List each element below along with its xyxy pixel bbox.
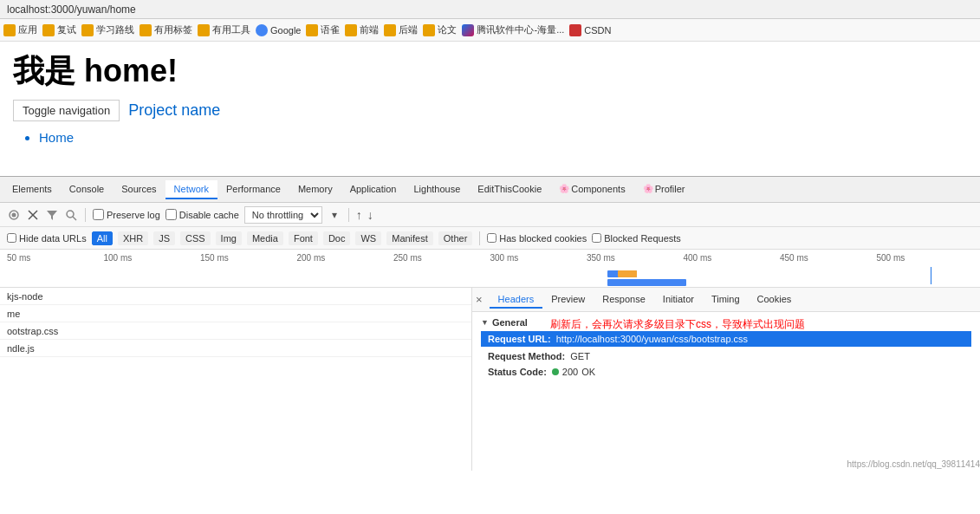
nav-home-link[interactable]: Home bbox=[39, 130, 74, 145]
bookmark-icon-tencent bbox=[462, 24, 474, 36]
bookmark-label-learning: 学习路线 bbox=[96, 23, 134, 36]
tab-performance[interactable]: Performance bbox=[217, 180, 289, 199]
status-code-label: Status Code: bbox=[488, 367, 547, 377]
filter-css-button[interactable]: CSS bbox=[180, 231, 211, 245]
tab-components[interactable]: 🌸 Components bbox=[550, 180, 633, 199]
right-tab-initiator[interactable]: Initiator bbox=[654, 291, 703, 309]
hide-data-urls-label[interactable]: Hide data URLs bbox=[7, 233, 87, 244]
request-bar-2 bbox=[618, 270, 638, 277]
bookmark-icon-apps bbox=[3, 24, 16, 36]
import-button[interactable]: ↑ bbox=[356, 208, 362, 222]
devtools-toolbar: Preserve log Disable cache No throttling… bbox=[0, 203, 980, 227]
stop-recording-icon[interactable] bbox=[7, 208, 21, 222]
status-dot bbox=[552, 368, 559, 375]
filter-xhr-button[interactable]: XHR bbox=[118, 231, 148, 245]
right-tab-headers[interactable]: Headers bbox=[490, 291, 543, 309]
tab-memory[interactable]: Memory bbox=[289, 180, 341, 199]
timeline-label-400: 400 ms bbox=[684, 253, 781, 263]
search-icon[interactable] bbox=[64, 208, 78, 222]
bookmark-icon-yuque bbox=[306, 24, 318, 36]
disable-cache-checkbox[interactable] bbox=[165, 209, 177, 220]
right-tab-preview[interactable]: Preview bbox=[542, 291, 594, 309]
url-text: localhost:3000/yuwan/home bbox=[7, 3, 136, 16]
has-blocked-cookies-checkbox[interactable] bbox=[487, 233, 496, 243]
bookmark-frontend[interactable]: 前端 bbox=[345, 23, 379, 36]
preserve-log-label[interactable]: Preserve log bbox=[93, 209, 160, 220]
right-tab-timing[interactable]: Timing bbox=[703, 291, 749, 309]
bookmark-label-google: Google bbox=[270, 25, 301, 36]
throttling-dropdown-icon[interactable]: ▾ bbox=[328, 208, 341, 222]
filter-img-button[interactable]: Img bbox=[216, 231, 242, 245]
timeline: 50 ms 100 ms 150 ms 200 ms 250 ms 300 ms… bbox=[0, 250, 980, 288]
nav-links: Home bbox=[13, 130, 967, 145]
filter-all-button[interactable]: All bbox=[92, 231, 113, 245]
tab-lighthouse[interactable]: Lighthouse bbox=[405, 180, 469, 199]
filter-js-button[interactable]: JS bbox=[153, 231, 175, 245]
filter-manifest-button[interactable]: Manifest bbox=[386, 231, 433, 245]
nav-home-item[interactable]: Home bbox=[39, 130, 967, 145]
hide-data-urls-checkbox[interactable] bbox=[7, 233, 16, 243]
bookmark-tags[interactable]: 有用标签 bbox=[140, 23, 192, 36]
bookmark-label-yuque: 语雀 bbox=[321, 23, 340, 36]
nav-bar: Toggle navigation Project name bbox=[13, 100, 967, 121]
request-method-label: Request Method: bbox=[488, 351, 565, 361]
bookmark-tencent[interactable]: 腾讯软件中心-海量... bbox=[462, 23, 564, 36]
tab-sources[interactable]: Sources bbox=[113, 180, 165, 199]
tab-application[interactable]: Application bbox=[341, 180, 406, 199]
preserve-log-checkbox[interactable] bbox=[93, 209, 104, 220]
file-row-me[interactable]: me bbox=[0, 305, 471, 322]
bookmark-google[interactable]: Google bbox=[256, 24, 301, 36]
filter-other-button[interactable]: Other bbox=[438, 231, 473, 245]
close-button[interactable]: × bbox=[476, 293, 483, 306]
bookmark-csdn[interactable]: CSDN bbox=[569, 24, 611, 36]
tab-network[interactable]: Network bbox=[165, 180, 217, 199]
filter-doc-button[interactable]: Doc bbox=[323, 231, 351, 245]
bookmark-icon-backend bbox=[384, 24, 396, 36]
export-button[interactable]: ↓ bbox=[367, 208, 373, 222]
svg-point-1 bbox=[12, 212, 16, 217]
right-tab-cookies[interactable]: Cookies bbox=[749, 291, 801, 309]
toolbar-divider-1 bbox=[85, 208, 86, 222]
bookmark-apps[interactable]: 应用 bbox=[3, 23, 37, 36]
file-name-kjs: kjs-node bbox=[7, 291, 43, 302]
filter-ws-button[interactable]: WS bbox=[355, 231, 381, 245]
waterfall-line bbox=[931, 267, 931, 284]
disable-cache-label[interactable]: Disable cache bbox=[165, 209, 239, 220]
page-title: 我是 home! bbox=[13, 50, 967, 93]
filter-icon[interactable] bbox=[45, 208, 59, 222]
tab-profiler[interactable]: 🌸 Profiler bbox=[634, 180, 694, 199]
timeline-label-300: 300 ms bbox=[490, 253, 587, 263]
filter-font-button[interactable]: Font bbox=[289, 231, 318, 245]
timeline-label-500: 500 ms bbox=[877, 253, 974, 263]
toggle-navigation-button[interactable]: Toggle navigation bbox=[13, 100, 120, 121]
file-row-kjs[interactable]: kjs-node bbox=[0, 288, 471, 305]
file-row-bundle[interactable]: ndle.js bbox=[0, 340, 471, 357]
blocked-requests-label[interactable]: Blocked Requests bbox=[592, 233, 681, 244]
tab-elements[interactable]: Elements bbox=[3, 180, 61, 199]
bookmark-yuque[interactable]: 语雀 bbox=[306, 23, 340, 36]
bookmark-tools[interactable]: 有用工具 bbox=[198, 23, 250, 36]
file-row-bootstrap[interactable]: ootstrap.css bbox=[0, 322, 471, 340]
devtools-main: kjs-node me ootstrap.css ndle.js × Heade… bbox=[0, 288, 980, 471]
request-method-row: Request Method: GET bbox=[481, 349, 971, 363]
tab-console[interactable]: Console bbox=[61, 180, 113, 199]
filter-media-button[interactable]: Media bbox=[247, 231, 283, 245]
bookmark-icon-tags bbox=[140, 24, 152, 36]
bookmark-label-frontend: 前端 bbox=[360, 23, 379, 36]
bookmark-fushi[interactable]: 复试 bbox=[42, 23, 76, 36]
bookmark-backend[interactable]: 后端 bbox=[384, 23, 418, 36]
has-blocked-cookies-label[interactable]: Has blocked cookies bbox=[487, 233, 587, 244]
request-bar-3 bbox=[607, 279, 685, 286]
timeline-label-250: 250 ms bbox=[393, 253, 490, 263]
clear-icon[interactable] bbox=[26, 208, 40, 222]
bookmark-learning[interactable]: 学习路线 bbox=[81, 23, 134, 36]
right-tab-response[interactable]: Response bbox=[594, 291, 654, 309]
triangle-icon: ▼ bbox=[481, 318, 489, 327]
bookmark-label-tags: 有用标签 bbox=[154, 23, 192, 36]
bookmark-label-apps: 应用 bbox=[18, 23, 37, 36]
blocked-requests-checkbox[interactable] bbox=[592, 233, 601, 243]
project-name-link[interactable]: Project name bbox=[128, 101, 220, 120]
throttling-select[interactable]: No throttling bbox=[244, 206, 322, 224]
bookmark-paper[interactable]: 论文 bbox=[423, 23, 457, 36]
tab-editthiscookie[interactable]: EditThisCookie bbox=[469, 180, 550, 199]
